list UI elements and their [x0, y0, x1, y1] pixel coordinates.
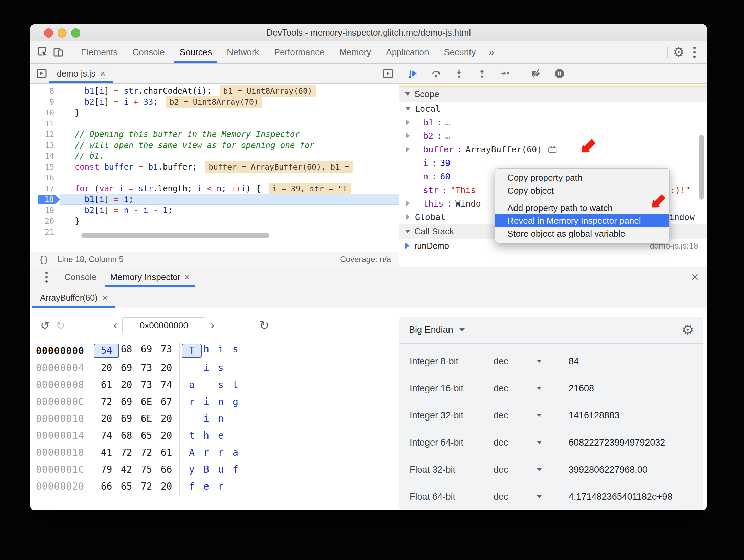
tab-elements[interactable]: Elements — [73, 41, 125, 63]
tab-application[interactable]: Application — [378, 41, 436, 63]
hex-byte-cell[interactable]: 65 — [116, 481, 136, 492]
close-tab-icon[interactable]: × — [184, 272, 190, 282]
tab-sources[interactable]: Sources — [172, 41, 219, 63]
close-window-button[interactable] — [44, 28, 53, 38]
hex-byte-cell[interactable]: 72 — [136, 447, 156, 458]
line-number[interactable]: 21 — [30, 227, 60, 237]
ascii-cell[interactable]: i — [199, 413, 214, 424]
line-number[interactable]: 8 — [30, 86, 60, 96]
history-back-icon[interactable]: ↺ — [37, 320, 53, 331]
hex-byte-cell[interactable]: 69 — [116, 396, 136, 407]
ascii-cell[interactable]: n — [214, 413, 228, 424]
hex-byte-cell[interactable]: 69 — [116, 362, 136, 373]
ascii-cell[interactable]: e — [214, 430, 228, 441]
code-line-10[interactable]: 10 } — [30, 107, 399, 118]
close-buffer-tab-icon[interactable]: × — [102, 293, 107, 303]
minimize-window-button[interactable] — [58, 28, 67, 38]
ascii-cell[interactable]: e — [199, 481, 214, 492]
endianness-select[interactable]: Big Endian — [409, 325, 465, 335]
format-select[interactable]: dec — [494, 492, 537, 502]
code-editor[interactable]: 8 b1[i] = str.charCodeAt(i);b1 = Uint8Ar… — [30, 84, 399, 252]
hex-byte-cell[interactable]: 20 — [156, 430, 176, 441]
hex-byte-cell[interactable]: 73 — [136, 379, 156, 390]
hex-byte-cell[interactable]: 72 — [136, 481, 156, 492]
tab-memory[interactable]: Memory — [332, 41, 378, 63]
hex-byte-cell[interactable]: 6E — [136, 413, 156, 424]
ascii-cell[interactable] — [228, 481, 243, 492]
hex-byte-cell[interactable]: 65 — [136, 430, 156, 441]
hex-byte-cell[interactable]: 20 — [96, 362, 116, 373]
tab-security[interactable]: Security — [437, 41, 483, 63]
ascii-cell[interactable]: f — [228, 464, 243, 475]
hex-byte-cell[interactable]: 66 — [156, 464, 176, 475]
hex-byte-cell[interactable]: 75 — [136, 464, 156, 475]
hex-byte-cell[interactable]: 20 — [156, 481, 176, 492]
scope-variable-b2[interactable]: b2: … — [399, 129, 707, 143]
scope-variable-buffer[interactable]: buffer: ArrayBuffer(60) — [399, 143, 707, 156]
line-number[interactable]: 17 — [30, 183, 60, 194]
close-drawer-icon[interactable]: × — [691, 271, 699, 283]
hex-byte-cell[interactable]: 61 — [156, 447, 176, 458]
code-line-16[interactable]: 16 — [30, 172, 399, 183]
code-line-14[interactable]: 14 // b1. — [30, 151, 399, 161]
deactivate-breakpoints-icon[interactable] — [529, 66, 544, 81]
format-select[interactable]: dec — [494, 465, 537, 475]
hex-byte-cell[interactable]: 42 — [116, 464, 136, 475]
ascii-cell[interactable]: A — [184, 447, 199, 458]
scope-variable-i[interactable]: i: 39 — [399, 156, 707, 170]
device-toolbar-icon[interactable] — [51, 44, 66, 60]
format-select[interactable]: dec — [494, 410, 537, 421]
scope-variable-b1[interactable]: b1: … — [399, 115, 707, 129]
refresh-icon[interactable]: ↺ — [259, 318, 269, 333]
ascii-cell[interactable] — [199, 379, 214, 390]
line-number[interactable]: 13 — [30, 140, 60, 151]
line-number[interactable]: 10 — [30, 107, 60, 118]
hex-byte-cell[interactable]: 20 — [156, 413, 176, 424]
history-forward-icon[interactable]: ↻ — [53, 320, 68, 331]
ascii-cell[interactable]: s — [214, 362, 228, 373]
pause-on-exceptions-icon[interactable] — [552, 66, 567, 81]
step-icon[interactable] — [498, 66, 512, 81]
code-line-17[interactable]: 17 for (var i = str.length; i < n; ++i) … — [30, 183, 399, 194]
chevron-down-icon[interactable] — [537, 360, 542, 363]
chevron-down-icon[interactable] — [537, 441, 542, 444]
code-line-19[interactable]: 19 b2[i] = n - i - 1; — [30, 205, 399, 216]
menu-item-store-object-as-global-variable[interactable]: Store object as global variable — [495, 227, 669, 240]
code-line-15[interactable]: 15 const buffer = b1.buffer;buffer = Arr… — [30, 161, 399, 172]
ascii-cell[interactable]: h — [199, 430, 214, 441]
file-tab-demo-js[interactable]: demo-js.js × — [49, 64, 113, 83]
ascii-cell[interactable]: y — [184, 464, 199, 475]
ascii-cell[interactable]: T — [184, 344, 199, 358]
hex-byte-cell[interactable]: 61 — [96, 379, 116, 390]
step-out-icon[interactable] — [475, 66, 489, 81]
line-number[interactable]: 19 — [30, 205, 60, 216]
ascii-cell[interactable]: t — [184, 430, 199, 441]
ascii-cell[interactable]: g — [228, 396, 243, 407]
line-number[interactable]: 11 — [30, 118, 60, 129]
pretty-print-button[interactable]: {} — [39, 255, 49, 264]
ascii-cell[interactable] — [184, 413, 199, 424]
more-tabs-button[interactable]: » — [483, 46, 500, 58]
step-over-icon[interactable] — [429, 66, 443, 81]
format-select[interactable]: dec — [494, 356, 537, 367]
address-input[interactable] — [122, 317, 205, 333]
ascii-cell[interactable]: h — [199, 344, 214, 358]
line-number[interactable]: 9 — [30, 96, 60, 107]
code-line-8[interactable]: 8 b1[i] = str.charCodeAt(i);b1 = Uint8Ar… — [30, 86, 399, 96]
ascii-cell[interactable]: t — [228, 379, 243, 390]
memory-inspector-icon[interactable] — [548, 146, 557, 153]
hex-byte-cell[interactable]: 68 — [116, 344, 136, 358]
hex-byte-cell[interactable]: 73 — [136, 362, 156, 373]
close-file-tab-icon[interactable]: × — [100, 68, 105, 79]
hex-byte-cell[interactable]: 68 — [116, 430, 136, 441]
buffer-tab-arraybuffer60[interactable]: ArrayBuffer(60) × — [32, 287, 115, 308]
toggle-debugger-sidebar-icon[interactable] — [380, 66, 396, 81]
hex-byte-cell[interactable]: 79 — [96, 464, 116, 475]
hex-byte-cell[interactable]: 6E — [136, 396, 156, 407]
horizontal-scrollbar[interactable] — [81, 233, 269, 238]
ascii-cell[interactable]: n — [214, 396, 228, 407]
format-select[interactable]: dec — [494, 383, 537, 394]
tab-network[interactable]: Network — [219, 41, 266, 63]
scope-section-header[interactable]: Scope — [399, 87, 707, 102]
drawer-tab-console[interactable]: Console — [58, 267, 103, 287]
